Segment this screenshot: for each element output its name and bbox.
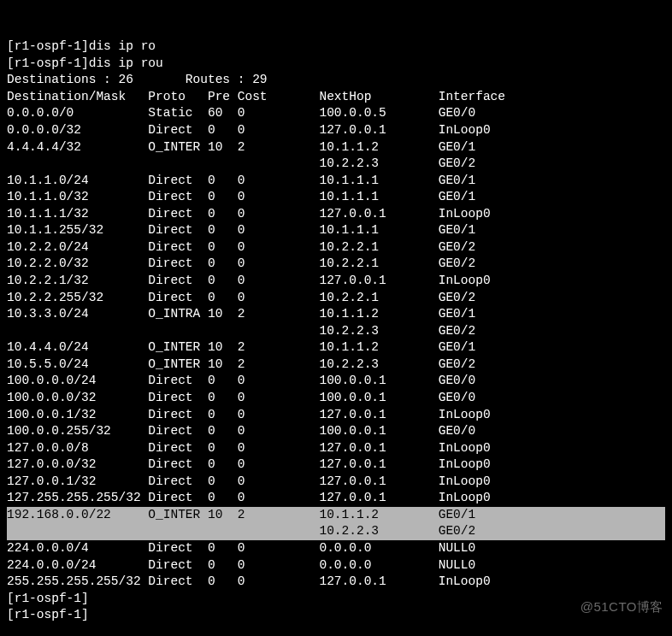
table-row: 127.0.0.0/8 Direct 0 0 127.0.0.1 InLoop0	[7, 440, 665, 457]
table-row: 224.0.0.0/24 Direct 0 0 0.0.0.0 NULL0	[7, 557, 665, 574]
table-row: 192.168.0.0/22 O_INTER 10 2 10.1.1.2 GE0…	[7, 507, 665, 524]
terminal-output[interactable]: [r1-ospf-1]dis ip ro[r1-ospf-1]dis ip ro…	[0, 0, 672, 636]
table-row: 10.1.1.0/32 Direct 0 0 10.1.1.1 GE0/1	[7, 189, 665, 206]
prompt-line: [r1-ospf-1]	[7, 607, 665, 624]
table-row: 10.4.4.0/24 O_INTER 10 2 10.1.1.2 GE0/1	[7, 339, 665, 356]
table-row: 10.2.2.0/32 Direct 0 0 10.2.2.1 GE0/2	[7, 256, 665, 273]
table-row: 10.3.3.0/24 O_INTRA 10 2 10.1.1.2 GE0/1	[7, 306, 665, 323]
table-row: 10.2.2.0/24 Direct 0 0 10.2.2.1 GE0/2	[7, 239, 665, 256]
table-row: 10.1.1.255/32 Direct 0 0 10.1.1.1 GE0/1	[7, 222, 665, 239]
watermark: @51CTO博客	[581, 598, 663, 615]
table-row: 100.0.0.0/32 Direct 0 0 100.0.0.1 GE0/0	[7, 390, 665, 407]
table-row: 127.0.0.1/32 Direct 0 0 127.0.0.1 InLoop…	[7, 474, 665, 491]
table-row: 0.0.0.0/32 Direct 0 0 127.0.0.1 InLoop0	[7, 122, 665, 139]
table-row: 100.0.0.1/32 Direct 0 0 127.0.0.1 InLoop…	[7, 407, 665, 424]
table-row: 10.1.1.1/32 Direct 0 0 127.0.0.1 InLoop0	[7, 206, 665, 223]
table-row: 0.0.0.0/0 Static 60 0 100.0.0.5 GE0/0	[7, 105, 665, 122]
table-row: 127.0.0.0/32 Direct 0 0 127.0.0.1 InLoop…	[7, 456, 665, 474]
table-row: 10.2.2.3 GE0/2	[7, 323, 665, 340]
table-row: 127.255.255.255/32 Direct 0 0 127.0.0.1 …	[7, 490, 665, 507]
table-row: 10.2.2.1/32 Direct 0 0 127.0.0.1 InLoop0	[7, 273, 665, 290]
prompt-line: [r1-ospf-1]dis ip rou	[7, 56, 665, 73]
prompt-line: [r1-ospf-1]dis ip ro	[7, 38, 665, 56]
table-row: 10.2.2.3 GE0/2	[7, 523, 665, 540]
table-row: 10.2.2.3 GE0/2	[7, 156, 665, 173]
table-row: 100.0.0.0/24 Direct 0 0 100.0.0.1 GE0/0	[7, 373, 665, 390]
table-row: 100.0.0.255/32 Direct 0 0 100.0.0.1 GE0/…	[7, 423, 665, 440]
table-row: 4.4.4.4/32 O_INTER 10 2 10.1.1.2 GE0/1	[7, 139, 665, 156]
table-row: 10.1.1.0/24 Direct 0 0 10.1.1.1 GE0/1	[7, 173, 665, 190]
table-row: 10.5.5.0/24 O_INTER 10 2 10.2.2.3 GE0/2	[7, 356, 665, 374]
table-row: 10.2.2.255/32 Direct 0 0 10.2.2.1 GE0/2	[7, 290, 665, 307]
prompt-line: [r1-ospf-1]	[7, 591, 665, 608]
table-row: 255.255.255.255/32 Direct 0 0 127.0.0.1 …	[7, 574, 665, 591]
table-header: Destination/Mask Proto Pre Cost NextHop …	[7, 89, 665, 106]
table-row: 224.0.0.0/4 Direct 0 0 0.0.0.0 NULL0	[7, 540, 665, 557]
summary-line: Destinations : 26 Routes : 29	[7, 72, 665, 89]
